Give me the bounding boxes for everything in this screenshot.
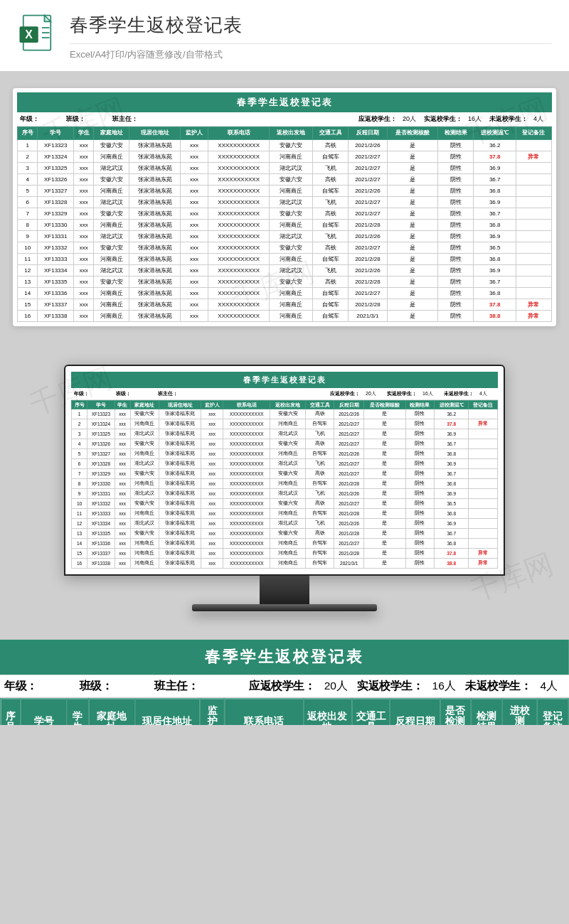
table-row: 14XF13336xxx河南商丘张家港福东苑xxxXXXXXXXXXXX河南商丘… [72,538,498,548]
col-header: 检测结果 [438,127,474,140]
table-row: 10XF13332xxx安徽六安张家港福东苑xxxXXXXXXXXXXX安徽六安… [18,242,552,253]
table-row: 1XF13323xxx安徽六安张家港福东苑xxxXXXXXXXXXXX安徽六安高… [72,409,498,419]
table-row: 3XF13325xxx湖北武汉张家港福东苑xxxXXXXXXXXXXX湖北武汉飞… [72,429,498,439]
table-row: 1XF13323xxx安徽六安张家港福东苑xxxXXXXXXXXXXX安徽六安高… [18,139,552,151]
col-header: 序号 [18,127,38,140]
sheet-title: 春季学生返校登记表 [0,640,569,675]
table-row: 14XF13336xxx河南商丘张家港福东苑xxxXXXXXXXXXXX河南商丘… [18,287,552,299]
table-row: 4XF13326xxx安徽六安张家港福东苑xxxXXXXXXXXXXX安徽六安高… [18,173,552,185]
col-header: 监护人 [200,699,225,725]
table-row: 5XF13327xxx河南商丘张家港福东苑xxxXXXXXXXXXXX河南商丘自… [72,448,498,458]
monitor-base [192,604,377,611]
monitor-mockup: 春季学生返校登记表年级：班级：班主任：应返校学生：20人实返校学生：16人未返校… [64,365,505,611]
col-header: 监护人 [180,127,208,140]
table-row: 4XF13326xxx安徽六安张家港福东苑xxxXXXXXXXXXXX安徽六安高… [72,439,498,448]
col-header: 联系电话 [208,127,270,140]
data-table: 序号学号学生家庭地址现居住地址监护人联系电话返校出发地交通工具反程日期是否检测核… [17,127,552,322]
col-header: 反程日期 [349,127,388,140]
col-header: 进校测温℃ [435,400,469,409]
col-header: 是否检测核酸 [440,699,471,725]
excel-file-icon: X [17,13,57,53]
col-header: 交通工具 [351,699,390,725]
col-header: 检测结果 [471,699,502,725]
col-header: 学号 [21,699,66,725]
info-row: 年级：班级：班主任：应返校学生：20人实返校学生：16人未返校学生：4人 [17,112,552,127]
monitor-stand [260,576,309,604]
col-header: 序号 [72,400,87,409]
table-row: 9XF13331xxx湖北武汉张家港福东苑xxxXXXXXXXXXXX湖北武汉飞… [18,230,552,242]
spreadsheet-preview: 春季学生返校登记表年级：班级：班主任：应返校学生：20人实返校学生：16人未返校… [71,372,498,569]
col-header: 进校测温℃ [502,699,537,725]
table-row: 11XF13333xxx河南商丘张家港福东苑xxxXXXXXXXXXXX河南商丘… [18,253,552,264]
table-row: 9XF13331xxx湖北武汉张家港福东苑xxxXXXXXXXXXXX湖北武汉飞… [72,488,498,498]
table-row: 8XF13330xxx河南商丘张家港福东苑xxxXXXXXXXXXXX河南商丘自… [18,219,552,230]
table-row: 7XF13329xxx安徽六安张家港福东苑xxxXXXXXXXXXXX安徽六安高… [18,208,552,219]
table-row: 8XF13330xxx河南商丘张家港福东苑xxxXXXXXXXXXXX河南商丘自… [72,478,498,488]
col-header: 现居住地址 [135,699,200,725]
col-header: 返校出发地 [270,400,306,409]
col-header: 学生 [74,127,94,140]
col-header: 登记备注 [537,699,568,725]
info-row: 年级：班级：班主任：应返校学生：20人实返校学生：16人未返校学生：4人 [0,675,569,699]
col-header: 监护人 [201,400,223,409]
col-header: 学生 [115,400,130,409]
col-header: 联系电话 [223,400,270,409]
col-header: 交通工具 [313,127,349,140]
sheet-title: 春季学生返校登记表 [17,92,552,112]
table-row: 13XF13335xxx安徽六安张家港福东苑xxxXXXXXXXXXXX安徽六安… [72,528,498,538]
table-row: 15XF13337xxx河南商丘张家港福东苑xxxXXXXXXXXXXX河南商丘… [18,299,552,310]
col-header: 登记备注 [469,400,498,409]
col-header: 反程日期 [334,400,364,409]
table-row: 16XF13338xxx河南商丘张家港福东苑xxxXXXXXXXXXXX河南商丘… [72,558,498,568]
table-row: 3XF13325xxx湖北武汉张家港福东苑xxxXXXXXXXXXXX湖北武汉飞… [18,162,552,173]
table-row: 10XF13332xxx安徽六安张家港福东苑xxxXXXXXXXXXXX安徽六安… [72,498,498,508]
page-title: 春季学生返校登记表 [70,13,552,38]
col-header: 序号 [1,699,21,725]
divider [70,43,552,44]
table-row: 6XF13328xxx湖北武汉张家港福东苑xxxXXXXXXXXXXX湖北武汉飞… [72,458,498,468]
svg-text:X: X [25,28,33,41]
spreadsheet-preview: 春季学生返校登记表年级：班级：班主任：应返校学生：20人实返校学生：16人未返校… [17,92,552,322]
col-header: 返校出发地 [303,699,351,725]
table-row: 5XF13327xxx河南商丘张家港福东苑xxxXXXXXXXXXXX河南商丘自… [18,185,552,196]
table-row: 16XF13338xxx河南商丘张家港福东苑xxxXXXXXXXXXXX河南商丘… [18,310,552,321]
zoom-strip: 春季学生返校登记表年级：班级：班主任：应返校学生：20人实返校学生：16人未返校… [0,640,569,725]
info-row: 年级：班级：班主任：应返校学生：20人实返校学生：16人未返校学生：4人 [71,388,498,400]
col-header: 家庭地址 [130,400,159,409]
col-header: 家庭地址 [89,699,134,725]
col-header: 返校出发地 [270,127,313,140]
col-header: 家庭地址 [94,127,129,140]
col-header: 反程日期 [390,699,440,725]
table-row: 2XF13324xxx河南商丘张家港福东苑xxxXXXXXXXXXXX河南商丘自… [72,419,498,429]
col-header: 进校测温℃ [474,127,516,140]
page-subtitle: Excel/A4打印/内容随意修改/自带格式 [70,48,552,61]
preview-card: 千库网 千库网 千库网 春季学生返校登记表年级：班级：班主任：应返校学生：20人… [13,88,556,326]
table-row: 11XF13333xxx河南商丘张家港福东苑xxxXXXXXXXXXXX河南商丘… [72,508,498,518]
table-row: 12XF13334xxx湖北武汉张家港福东苑xxxXXXXXXXXXXX湖北武汉… [18,264,552,276]
col-header: 联系电话 [225,699,303,725]
col-header: 现居住地址 [129,127,181,140]
col-header: 是否检测核酸 [364,400,406,409]
sheet-title: 春季学生返校登记表 [71,372,498,388]
table-row: 7XF13329xxx安徽六安张家港福东苑xxxXXXXXXXXXXX安徽六安高… [72,468,498,478]
table-row: 2XF13324xxx河南商丘张家港福东苑xxxXXXXXXXXXXX河南商丘自… [18,151,552,162]
col-header: 学号 [87,400,115,409]
table-row: 12XF13334xxx湖北武汉张家港福东苑xxxXXXXXXXXXXX湖北武汉… [72,518,498,528]
table-row: 6XF13328xxx湖北武汉张家港福东苑xxxXXXXXXXXXXX湖北武汉飞… [18,196,552,208]
table-row: 15XF13337xxx河南商丘张家港福东苑xxxXXXXXXXXXXX河南商丘… [72,548,498,558]
col-header: 学号 [38,127,74,140]
col-header: 学生 [67,699,89,725]
col-header: 登记备注 [516,127,551,140]
col-header: 是否检测核酸 [387,127,438,140]
spreadsheet-preview: 春季学生返校登记表年级：班级：班主任：应返校学生：20人实返校学生：16人未返校… [0,640,569,725]
col-header: 检测结果 [405,400,434,409]
data-table: 序号学号学生家庭地址现居住地址监护人联系电话返校出发地交通工具反程日期是否检测核… [0,698,569,725]
title-bar: X 春季学生返校登记表 Excel/A4打印/内容随意修改/自带格式 [0,0,569,71]
col-header: 交通工具 [305,400,334,409]
table-row: 13XF13335xxx安徽六安张家港福东苑xxxXXXXXXXXXXX安徽六安… [18,276,552,287]
col-header: 现居住地址 [159,400,201,409]
data-table: 序号学号学生家庭地址现居住地址监护人联系电话返校出发地交通工具反程日期是否检测核… [71,400,498,569]
